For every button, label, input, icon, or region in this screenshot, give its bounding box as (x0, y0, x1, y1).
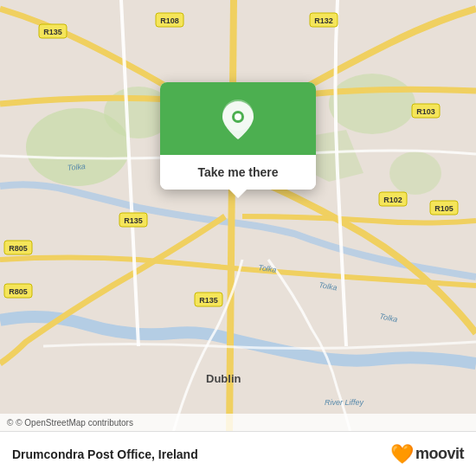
svg-text:River Liffey: River Liffey (325, 398, 364, 407)
svg-text:R132: R132 (314, 16, 333, 25)
popup-card: Take me there (160, 82, 316, 190)
attribution-bar: © © OpenStreetMap contributors (0, 414, 476, 431)
svg-point-3 (329, 74, 415, 134)
svg-point-4 (389, 151, 441, 195)
take-me-there-button[interactable]: Take me there (160, 155, 316, 190)
moovit-logo-icon: 🧡 (390, 443, 414, 466)
svg-text:R102: R102 (383, 196, 402, 204)
svg-text:R805: R805 (9, 244, 28, 253)
svg-text:R135: R135 (199, 296, 218, 305)
svg-rect-0 (0, 0, 476, 433)
svg-point-36 (235, 113, 241, 120)
map-svg: R108 R132 R135 R108 R103 R135 R102 R105 … (0, 0, 476, 476)
attribution-text: © OpenStreetMap contributors (16, 418, 133, 428)
location-pin-icon (221, 100, 255, 141)
svg-text:R805: R805 (9, 287, 28, 296)
svg-text:R135: R135 (124, 216, 143, 225)
popup-card-header (160, 82, 316, 155)
moovit-logo: 🧡 moovit (390, 443, 464, 466)
svg-text:R105: R105 (434, 204, 453, 213)
popup-arrow (229, 190, 247, 198)
map-container[interactable]: R108 R132 R135 R108 R103 R135 R102 R105 … (0, 0, 476, 476)
svg-text:R103: R103 (416, 107, 435, 116)
svg-text:Tolka: Tolka (67, 162, 86, 172)
moovit-logo-text: moovit (415, 445, 464, 463)
svg-text:R108: R108 (160, 16, 179, 25)
svg-text:Dublin: Dublin (206, 372, 241, 385)
copyright-icon: © (7, 418, 13, 428)
location-name: Drumcondra Post Office, Ireland (12, 447, 198, 461)
location-info: Drumcondra Post Office, Ireland (12, 447, 198, 461)
info-bar: Drumcondra Post Office, Ireland 🧡 moovit (0, 431, 476, 476)
svg-text:R135: R135 (43, 28, 62, 36)
